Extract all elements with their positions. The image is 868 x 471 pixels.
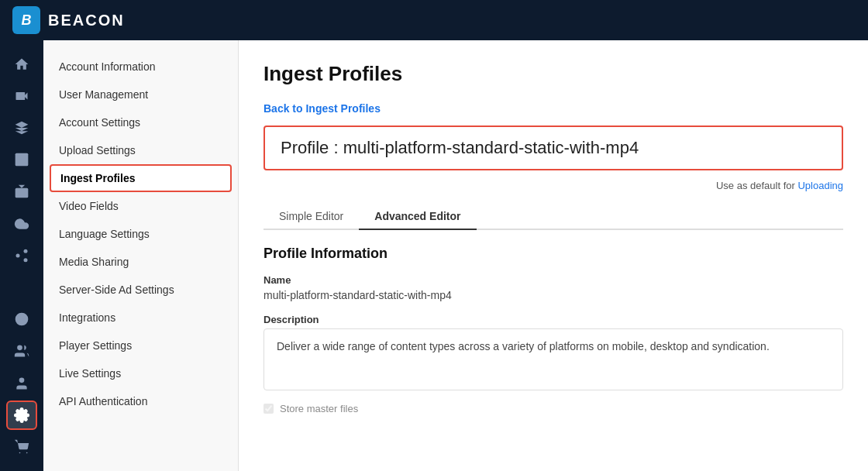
svg-point-9 bbox=[24, 249, 28, 253]
main-content: Ingest Profiles Back to Ingest Profiles … bbox=[239, 40, 868, 471]
sidebar-icon-home[interactable] bbox=[6, 50, 37, 78]
sidebar-icon-users[interactable] bbox=[6, 337, 37, 366]
sidebar-item-upload-settings[interactable]: Upload Settings bbox=[43, 136, 238, 164]
text-sidebar: Account Information User Management Acco… bbox=[43, 40, 239, 471]
svg-point-19 bbox=[17, 346, 22, 351]
sidebar-icon-cloud[interactable] bbox=[6, 209, 37, 238]
store-master-row: Store master files bbox=[264, 403, 843, 414]
svg-point-11 bbox=[24, 258, 28, 262]
svg-point-22 bbox=[19, 452, 21, 454]
sidebar-icon-share[interactable] bbox=[6, 241, 37, 270]
logo: B BEACON bbox=[12, 6, 125, 34]
beacon-logo-text: BEACON bbox=[48, 12, 125, 29]
sidebar-item-account-information[interactable]: Account Information bbox=[43, 53, 238, 81]
description-label: Description bbox=[264, 314, 843, 325]
use-as-default-text: Use as default for bbox=[716, 180, 795, 191]
profile-name-header: Profile : multi-platform-standard-static… bbox=[264, 125, 843, 170]
sidebar-item-user-management[interactable]: User Management bbox=[43, 81, 238, 108]
svg-point-20 bbox=[19, 377, 25, 383]
description-value: Deliver a wide range of content types ac… bbox=[264, 328, 843, 390]
sidebar-item-integrations[interactable]: Integrations bbox=[43, 304, 238, 332]
name-value: multi-platform-standard-static-with-mp4 bbox=[264, 289, 843, 301]
sidebar-icon-layers[interactable] bbox=[6, 113, 37, 142]
sidebar-icon-settings[interactable] bbox=[6, 401, 37, 429]
sidebar-icon-film[interactable] bbox=[6, 146, 37, 174]
uploading-link[interactable]: Uploading bbox=[797, 180, 843, 191]
svg-rect-0 bbox=[16, 153, 29, 167]
use-as-default-row: Use as default for Uploading bbox=[264, 180, 843, 191]
sidebar-item-server-side-ad-settings[interactable]: Server-Side Ad Settings bbox=[43, 276, 238, 304]
sidebar-icon-analytics[interactable] bbox=[6, 273, 37, 301]
sidebar-item-media-sharing[interactable]: Media Sharing bbox=[43, 248, 238, 276]
sidebar-item-api-authentication[interactable]: API Authentication bbox=[43, 387, 238, 415]
back-to-ingest-profiles-link[interactable]: Back to Ingest Profiles bbox=[264, 102, 381, 115]
top-nav: B BEACON bbox=[0, 0, 868, 40]
name-label: Name bbox=[264, 274, 843, 286]
sidebar-icon-video[interactable] bbox=[6, 81, 37, 110]
svg-point-23 bbox=[26, 452, 28, 454]
svg-rect-8 bbox=[16, 188, 29, 198]
beacon-logo-icon: B bbox=[12, 6, 40, 34]
sidebar-icon-play[interactable] bbox=[6, 305, 37, 334]
svg-point-10 bbox=[16, 253, 20, 257]
sidebar-item-account-settings[interactable]: Account Settings bbox=[43, 108, 238, 136]
icon-sidebar bbox=[0, 40, 43, 471]
sidebar-icon-tv[interactable] bbox=[6, 177, 37, 206]
sidebar-item-player-settings[interactable]: Player Settings bbox=[43, 332, 238, 359]
sidebar-item-video-fields[interactable]: Video Fields bbox=[43, 192, 238, 220]
sidebar-icon-cart[interactable] bbox=[6, 433, 37, 462]
store-master-checkbox[interactable] bbox=[264, 404, 274, 414]
page-title: Ingest Profiles bbox=[264, 62, 843, 86]
main-wrapper: Account Information User Management Acco… bbox=[0, 40, 868, 471]
sidebar-icon-user[interactable] bbox=[6, 369, 37, 397]
tabs: Simple Editor Advanced Editor bbox=[264, 204, 843, 230]
tab-advanced-editor[interactable]: Advanced Editor bbox=[359, 204, 476, 230]
tab-simple-editor[interactable]: Simple Editor bbox=[264, 204, 359, 230]
store-master-label: Store master files bbox=[280, 403, 358, 414]
svg-line-13 bbox=[19, 252, 24, 254]
profile-information-title: Profile Information bbox=[264, 246, 843, 262]
sidebar-item-language-settings[interactable]: Language Settings bbox=[43, 220, 238, 248]
svg-line-12 bbox=[19, 256, 24, 259]
sidebar-item-ingest-profiles[interactable]: Ingest Profiles bbox=[50, 164, 232, 192]
sidebar-item-live-settings[interactable]: Live Settings bbox=[43, 359, 238, 387]
